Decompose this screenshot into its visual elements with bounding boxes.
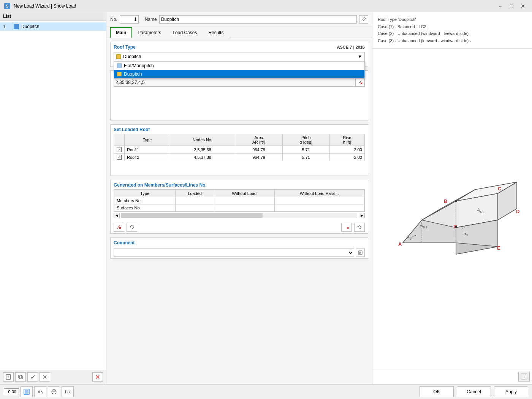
minimize-button[interactable]: − [495,2,505,11]
svg-rect-4 [19,375,22,378]
duopitch-label: Duopitch [124,71,142,77]
svg-rect-35 [25,390,28,394]
generated-table: Type Loaded Without Load Without Load Pa… [114,190,364,212]
list-content: 1 Duopitch [0,21,106,370]
title-bar-text: New Load Wizard | Snow Load [14,3,495,9]
nodes-pick-button[interactable] [356,78,365,87]
roof-type-dropdown-trigger[interactable]: Duopitch ▼ [114,52,365,61]
generated-section-title: Generated on Members/Surfaces/Lines No. [111,180,368,189]
svg-text:A: A [38,390,41,394]
gen-surfaces-loaded [176,204,214,212]
toolbar-btn-2[interactable]: A [34,386,46,397]
gen-pick-button2[interactable] [341,223,352,232]
ar1-label: A [420,223,423,228]
toolbar-btn-4[interactable]: f(x) [62,386,74,397]
gen-members-without [214,197,274,204]
scroll-left-btn[interactable]: ◀ [114,213,120,218]
gen-pick-button[interactable] [114,223,124,232]
apply-button[interactable]: Apply [494,386,528,397]
roof-type-title: Roof Type [114,44,136,50]
alpha1-label: α [407,234,409,239]
row2-pitch: 5.71 [282,154,329,161]
info-line-1: Roof Type 'Duopitch' [378,16,527,23]
col-check [114,134,125,146]
svg-text:S: S [6,4,8,8]
tab-main[interactable]: Main [110,27,132,38]
copy-item-button[interactable] [15,372,26,382]
uncheck-button[interactable] [40,372,50,382]
row1-check-cell[interactable] [114,146,125,154]
gen-col-without: Without Load [214,190,274,197]
gen-reset-button[interactable] [127,223,137,232]
set-loaded-roof-table: Type Nodes No. AreaAR [ft²] Pitchα [deg]… [114,134,365,161]
comment-title: Comment [111,238,368,247]
left-panel-footer: + [0,370,106,384]
row2-rise: 2.00 [329,154,364,161]
gen-surfaces-type: Surfaces No. [114,204,176,212]
comment-section: Comment [110,238,368,259]
new-item-button[interactable]: + [3,372,14,382]
gen-reset-button2[interactable] [354,223,365,232]
dropdown-option-duopitch[interactable]: Duopitch [114,70,364,78]
alpha1-sub: 1 [409,236,411,240]
roof-diagram-svg: A B C D E F A R1 [380,144,524,273]
row1-rise: 2.00 [329,146,364,154]
chevron-down-icon: ▼ [358,54,362,59]
set-loaded-roof-title: Set Loaded Roof [111,125,368,134]
alpha2-sub: 2 [466,234,468,237]
toolbar-btn-3[interactable] [48,386,60,397]
row2-check-cell[interactable] [114,154,125,161]
cancel-button[interactable]: Cancel [457,386,491,397]
nodes-input[interactable] [114,78,356,87]
ok-button[interactable]: OK [420,386,454,397]
tab-parameters[interactable]: Parameters [132,27,167,38]
comment-select[interactable] [114,249,354,257]
tab-results[interactable]: Results [203,27,229,38]
name-label: Name [145,17,157,22]
close-button[interactable]: ✕ [518,2,528,11]
vertex-a-label: A [398,241,402,247]
toolbar-btn-1[interactable] [21,386,33,397]
check-button[interactable] [27,372,38,382]
gen-surfaces-parallel [274,204,364,212]
gen-row-surfaces: Surfaces No. [114,204,364,212]
coord-value: 0.00 [4,388,19,395]
no-input[interactable] [120,15,139,24]
col-pitch: Pitchα [deg] [282,134,329,146]
scroll-right-btn[interactable]: ▶ [359,213,365,218]
row1-checkbox[interactable] [117,147,122,152]
maximize-button[interactable]: □ [506,2,517,11]
info-line-3: Case (2) - Unbalanced (windward - leewar… [378,30,527,37]
dropdown-icon [116,54,121,59]
name-input[interactable] [159,15,357,24]
delete-button[interactable] [92,372,103,382]
gen-col-type: Type [114,190,176,197]
row2-type: Roof 2 [125,154,170,161]
set-loaded-roof-section: Set Loaded Roof Type Nodes No. AreaAR [f… [110,124,368,176]
generated-table-container[interactable]: Type Loaded Without Load Without Load Pa… [114,189,365,212]
tab-load-cases[interactable]: Load Cases [167,27,203,38]
middle-content: Roof Type ASCE 7 | 2016 Duopitch [106,38,372,384]
vertex-c-label: C [498,186,502,192]
gen-col-loaded: Loaded [176,190,214,197]
row2-checkbox[interactable] [117,155,122,160]
list-header: List [0,12,106,21]
tabs-bar: Main Parameters Load Cases Results [106,27,372,38]
dropdown-selected-value: Duopitch [123,54,141,59]
list-item[interactable]: 1 Duopitch [0,22,106,31]
col-type: Type [125,134,170,146]
vertex-e-label: E [497,245,500,251]
comment-btn[interactable] [356,249,365,257]
generated-btn-group [111,221,368,233]
gen-members-loaded [176,197,214,204]
edit-name-button[interactable] [359,15,368,24]
flat-icon [117,63,122,68]
roof-type-dropdown[interactable]: Duopitch ▼ Flat/Monopitch [114,52,365,61]
list-item-label: Duopitch [21,24,39,29]
title-bar: S New Load Wizard | Snow Load − □ ✕ [0,0,532,12]
dropdown-option-flat[interactable]: Flat/Monopitch [114,62,364,70]
svg-rect-5 [19,376,22,379]
diagram-info-button[interactable]: i [518,372,530,382]
gen-members-parallel [274,197,364,204]
row1-area: 964.79 [235,146,283,154]
